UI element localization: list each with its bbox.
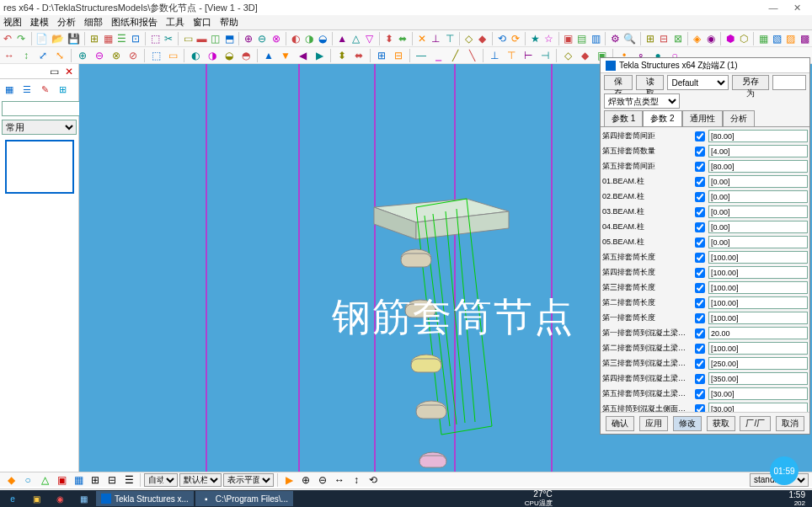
toolbar-button[interactable]: ▭ — [165, 48, 180, 63]
auto-select[interactable]: 自动 — [144, 473, 178, 487]
toolbar-button[interactable]: ★ — [529, 31, 541, 46]
load-button[interactable]: 读取 — [636, 75, 665, 90]
param-checkbox[interactable] — [695, 131, 705, 141]
bt-icon[interactable]: ⊞ — [88, 472, 103, 488]
toolbar-button[interactable]: ↶ — [2, 31, 13, 46]
bt-icon[interactable]: ↕ — [349, 472, 364, 488]
toolbar-button[interactable]: ⬢ — [724, 31, 736, 46]
toolbar-button[interactable]: ↕ — [19, 48, 34, 63]
bt-icon[interactable]: ◆ — [3, 472, 19, 488]
toolbar-button[interactable]: ▣ — [562, 31, 574, 46]
bt-icon[interactable]: ⟲ — [366, 472, 381, 488]
toolbar-button[interactable]: ☰ — [116, 31, 128, 46]
toolbar-button[interactable]: ▽ — [364, 31, 376, 46]
bt-icon[interactable]: ▣ — [54, 472, 69, 488]
toolbar-button[interactable]: ✂ — [163, 31, 174, 46]
toolbar-button[interactable]: ⊕ — [243, 31, 254, 46]
param-input[interactable] — [708, 190, 808, 203]
toolbar-button[interactable]: ▶ — [312, 48, 327, 63]
param-checkbox[interactable] — [695, 147, 705, 157]
bt-icon[interactable]: ○ — [20, 472, 35, 488]
toolbar-button[interactable]: ▦ — [757, 31, 769, 46]
close-button[interactable]: ✕ — [785, 3, 809, 13]
panel-tab-2[interactable]: ☰ — [19, 82, 35, 97]
cancel-button[interactable]: 取消 — [776, 416, 804, 431]
toolbar-button[interactable]: ⬌ — [351, 48, 366, 63]
bt-icon[interactable]: ↔ — [332, 472, 347, 488]
param-input[interactable] — [708, 281, 808, 294]
panel-tab-3[interactable]: ✎ — [37, 82, 52, 97]
param-checkbox[interactable] — [695, 374, 705, 384]
toolbar-button[interactable]: ⊗ — [270, 31, 282, 46]
param-input[interactable] — [708, 175, 808, 188]
toolbar-button[interactable]: ▲ — [261, 48, 276, 63]
toolbar-button[interactable]: ⊠ — [672, 31, 684, 46]
saveas-button[interactable]: 另存为 — [732, 75, 769, 90]
toolbar-button[interactable]: ⊟ — [658, 31, 670, 46]
explorer-icon[interactable]: ▣ — [25, 491, 47, 506]
param-checkbox[interactable] — [695, 268, 705, 278]
toolbar-button[interactable]: ◒ — [317, 31, 329, 46]
saveas-input[interactable] — [772, 75, 806, 90]
toolbar-button[interactable]: ⚙ — [609, 31, 621, 46]
toolbar-button[interactable]: ▬ — [195, 31, 207, 46]
toolbar-button[interactable]: ▤ — [576, 31, 588, 46]
param-input[interactable] — [708, 342, 808, 355]
toolbar-button[interactable]: ◑ — [205, 48, 220, 63]
param-input[interactable] — [708, 266, 808, 279]
toolbar-button[interactable]: 💾 — [67, 31, 81, 46]
param-input[interactable] — [708, 327, 808, 339]
toolbar-button[interactable]: ▧ — [771, 31, 783, 46]
toolbar-button[interactable]: ⊖ — [92, 48, 107, 63]
param-tab[interactable]: 分析 — [723, 110, 755, 126]
type-select[interactable]: 焊致节点类型 — [604, 93, 680, 109]
toolbar-button[interactable]: ⬌ — [397, 31, 409, 46]
panel-close-icon[interactable]: ✕ — [63, 66, 75, 77]
toolbar-button[interactable]: ⊢ — [521, 48, 536, 63]
param-checkbox[interactable] — [695, 328, 705, 339]
param-checkbox[interactable] — [695, 162, 705, 172]
toolbar-button[interactable]: ⊘ — [126, 48, 141, 63]
toolbar-button[interactable]: ◇ — [560, 48, 575, 63]
toolbar-button[interactable]: ⊣ — [537, 48, 553, 63]
toolbar-button[interactable]: ⊟ — [391, 48, 406, 63]
toolbar-button[interactable]: ▩ — [799, 31, 810, 46]
param-checkbox[interactable] — [695, 222, 705, 232]
panel-tab-4[interactable]: ⊞ — [55, 82, 70, 97]
toolbar-button[interactable]: ⊡ — [130, 31, 142, 46]
param-input[interactable] — [708, 296, 808, 309]
toolbar-button[interactable]: △ — [350, 31, 361, 46]
param-checkbox[interactable] — [695, 359, 705, 369]
toolbar-button[interactable]: ⬚ — [149, 31, 161, 46]
menu-item[interactable]: 视图 — [3, 16, 22, 29]
app-icon[interactable]: ▦ — [72, 491, 94, 506]
toolbar-button[interactable]: ⊖ — [256, 31, 268, 46]
ok-button[interactable]: 确认 — [606, 416, 634, 431]
bt-icon[interactable]: ⊕ — [298, 472, 313, 488]
clock[interactable]: 1:59 202 — [784, 490, 810, 507]
toolbar-button[interactable]: 📄 — [35, 31, 49, 46]
toolbar-button[interactable]: ⊥ — [487, 48, 502, 63]
toolbar-button[interactable]: ⟳ — [510, 31, 521, 46]
bt-icon[interactable]: △ — [37, 472, 52, 488]
bt-icon[interactable]: ⊖ — [315, 472, 330, 488]
toolbar-button[interactable]: ▭ — [182, 31, 194, 46]
toolbar-button[interactable]: ↔ — [2, 48, 17, 63]
toolbar-button[interactable]: ⊗ — [109, 48, 124, 63]
category-select[interactable]: 常用 — [2, 120, 77, 135]
toolbar-button[interactable]: ◫ — [210, 31, 222, 46]
toolbar-button[interactable]: ◇ — [463, 31, 475, 46]
toolbar-button[interactable]: ✕ — [416, 31, 428, 46]
toolbar-button[interactable]: ▼ — [278, 48, 293, 63]
bt-icon[interactable]: ▦ — [71, 472, 86, 488]
param-checkbox[interactable] — [695, 344, 705, 354]
minimize-button[interactable]: — — [761, 3, 785, 13]
toolbar-button[interactable]: ⊤ — [444, 31, 456, 46]
param-checkbox[interactable] — [695, 283, 705, 293]
toolbar-button[interactable]: ▦ — [102, 31, 114, 46]
toolbar-button[interactable]: ⤢ — [35, 48, 51, 63]
toolbar-button[interactable]: ⊤ — [504, 48, 519, 63]
toolbar-button[interactable]: ⊥ — [430, 31, 441, 46]
param-input[interactable] — [708, 357, 808, 370]
menu-item[interactable]: 建模 — [30, 16, 49, 29]
